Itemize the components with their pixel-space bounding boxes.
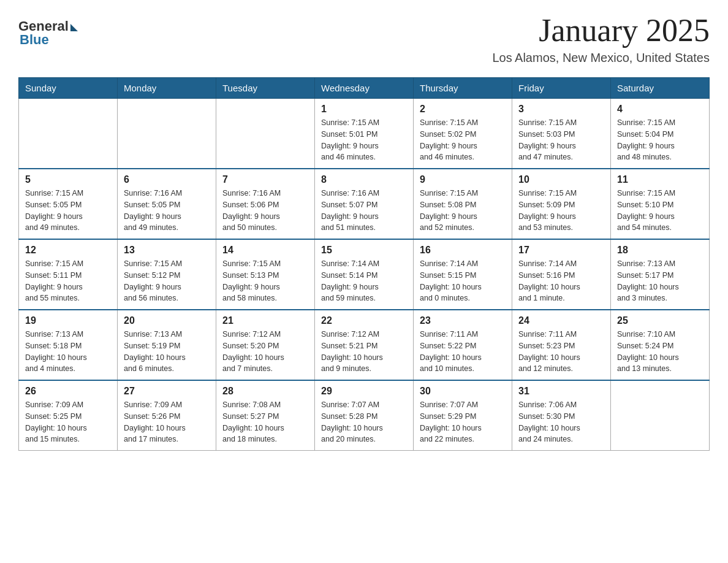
day-number: 14 <box>222 245 308 256</box>
weekday-header-thursday: Thursday <box>414 78 512 99</box>
day-number: 10 <box>518 174 604 185</box>
day-info: Sunrise: 7:06 AMSunset: 5:30 PMDaylight:… <box>518 399 604 445</box>
day-info: Sunrise: 7:09 AMSunset: 5:26 PMDaylight:… <box>124 399 210 445</box>
day-info: Sunrise: 7:15 AMSunset: 5:04 PMDaylight:… <box>617 117 703 163</box>
day-info: Sunrise: 7:15 AMSunset: 5:13 PMDaylight:… <box>222 258 308 304</box>
day-number: 28 <box>222 386 308 397</box>
month-title: January 2025 <box>492 12 710 48</box>
day-number: 23 <box>420 315 506 326</box>
calendar-cell: 3Sunrise: 7:15 AMSunset: 5:03 PMDaylight… <box>512 99 611 169</box>
calendar-week-row: 12Sunrise: 7:15 AMSunset: 5:11 PMDayligh… <box>19 239 710 310</box>
day-number: 3 <box>518 104 604 115</box>
day-info: Sunrise: 7:16 AMSunset: 5:05 PMDaylight:… <box>124 188 210 234</box>
calendar-cell: 8Sunrise: 7:16 AMSunset: 5:07 PMDaylight… <box>315 169 414 239</box>
calendar-cell: 21Sunrise: 7:12 AMSunset: 5:20 PMDayligh… <box>216 310 315 380</box>
day-info: Sunrise: 7:15 AMSunset: 5:08 PMDaylight:… <box>420 188 506 234</box>
day-number: 17 <box>518 245 604 256</box>
day-number: 7 <box>222 174 308 185</box>
day-number: 12 <box>25 245 111 256</box>
logo-arrow-icon <box>70 24 78 31</box>
calendar-cell: 28Sunrise: 7:08 AMSunset: 5:27 PMDayligh… <box>216 380 315 451</box>
day-info: Sunrise: 7:09 AMSunset: 5:25 PMDaylight:… <box>25 399 111 445</box>
title-area: January 2025 Los Alamos, New Mexico, Uni… <box>492 12 710 65</box>
day-number: 11 <box>617 174 703 185</box>
day-number: 15 <box>321 245 407 256</box>
calendar-cell: 25Sunrise: 7:10 AMSunset: 5:24 PMDayligh… <box>611 310 710 380</box>
calendar-cell: 14Sunrise: 7:15 AMSunset: 5:13 PMDayligh… <box>216 239 315 310</box>
day-number: 1 <box>321 104 407 115</box>
day-number: 4 <box>617 104 703 115</box>
location-title: Los Alamos, New Mexico, United States <box>492 51 710 65</box>
day-number: 26 <box>25 386 111 397</box>
calendar-cell: 19Sunrise: 7:13 AMSunset: 5:18 PMDayligh… <box>19 310 118 380</box>
day-number: 6 <box>124 174 210 185</box>
weekday-header-monday: Monday <box>118 78 216 99</box>
calendar-cell: 20Sunrise: 7:13 AMSunset: 5:19 PMDayligh… <box>118 310 216 380</box>
calendar-cell: 26Sunrise: 7:09 AMSunset: 5:25 PMDayligh… <box>19 380 118 451</box>
calendar-cell: 2Sunrise: 7:15 AMSunset: 5:02 PMDaylight… <box>414 99 512 169</box>
logo-blue-text: Blue <box>18 32 49 48</box>
calendar-cell: 18Sunrise: 7:13 AMSunset: 5:17 PMDayligh… <box>611 239 710 310</box>
calendar-week-row: 5Sunrise: 7:15 AMSunset: 5:05 PMDaylight… <box>19 169 710 239</box>
calendar-cell: 6Sunrise: 7:16 AMSunset: 5:05 PMDaylight… <box>118 169 216 239</box>
day-number: 18 <box>617 245 703 256</box>
calendar-table: SundayMondayTuesdayWednesdayThursdayFrid… <box>18 77 710 451</box>
day-number: 27 <box>124 386 210 397</box>
calendar-cell: 5Sunrise: 7:15 AMSunset: 5:05 PMDaylight… <box>19 169 118 239</box>
calendar-cell: 9Sunrise: 7:15 AMSunset: 5:08 PMDaylight… <box>414 169 512 239</box>
day-info: Sunrise: 7:11 AMSunset: 5:23 PMDaylight:… <box>518 329 604 375</box>
calendar-cell: 16Sunrise: 7:14 AMSunset: 5:15 PMDayligh… <box>414 239 512 310</box>
day-number: 16 <box>420 245 506 256</box>
calendar-week-row: 1Sunrise: 7:15 AMSunset: 5:01 PMDaylight… <box>19 99 710 169</box>
day-info: Sunrise: 7:16 AMSunset: 5:06 PMDaylight:… <box>222 188 308 234</box>
calendar-cell <box>118 99 216 169</box>
day-info: Sunrise: 7:14 AMSunset: 5:16 PMDaylight:… <box>518 258 604 304</box>
calendar-cell: 12Sunrise: 7:15 AMSunset: 5:11 PMDayligh… <box>19 239 118 310</box>
day-number: 30 <box>420 386 506 397</box>
day-number: 31 <box>518 386 604 397</box>
weekday-header-sunday: Sunday <box>19 78 118 99</box>
day-number: 20 <box>124 315 210 326</box>
day-number: 5 <box>25 174 111 185</box>
day-info: Sunrise: 7:15 AMSunset: 5:11 PMDaylight:… <box>25 258 111 304</box>
calendar-cell: 4Sunrise: 7:15 AMSunset: 5:04 PMDaylight… <box>611 99 710 169</box>
day-info: Sunrise: 7:15 AMSunset: 5:12 PMDaylight:… <box>124 258 210 304</box>
calendar-cell: 11Sunrise: 7:15 AMSunset: 5:10 PMDayligh… <box>611 169 710 239</box>
day-number: 9 <box>420 174 506 185</box>
weekday-header-tuesday: Tuesday <box>216 78 315 99</box>
calendar-cell: 27Sunrise: 7:09 AMSunset: 5:26 PMDayligh… <box>118 380 216 451</box>
calendar-cell: 22Sunrise: 7:12 AMSunset: 5:21 PMDayligh… <box>315 310 414 380</box>
calendar-cell: 24Sunrise: 7:11 AMSunset: 5:23 PMDayligh… <box>512 310 611 380</box>
calendar-cell: 15Sunrise: 7:14 AMSunset: 5:14 PMDayligh… <box>315 239 414 310</box>
day-number: 21 <box>222 315 308 326</box>
calendar-cell: 17Sunrise: 7:14 AMSunset: 5:16 PMDayligh… <box>512 239 611 310</box>
day-info: Sunrise: 7:11 AMSunset: 5:22 PMDaylight:… <box>420 329 506 375</box>
day-info: Sunrise: 7:15 AMSunset: 5:03 PMDaylight:… <box>518 117 604 163</box>
day-info: Sunrise: 7:16 AMSunset: 5:07 PMDaylight:… <box>321 188 407 234</box>
calendar-week-row: 19Sunrise: 7:13 AMSunset: 5:18 PMDayligh… <box>19 310 710 380</box>
day-info: Sunrise: 7:15 AMSunset: 5:09 PMDaylight:… <box>518 188 604 234</box>
day-info: Sunrise: 7:15 AMSunset: 5:05 PMDaylight:… <box>25 188 111 234</box>
calendar-cell <box>611 380 710 451</box>
calendar-cell: 10Sunrise: 7:15 AMSunset: 5:09 PMDayligh… <box>512 169 611 239</box>
day-info: Sunrise: 7:12 AMSunset: 5:21 PMDaylight:… <box>321 329 407 375</box>
calendar-cell: 29Sunrise: 7:07 AMSunset: 5:28 PMDayligh… <box>315 380 414 451</box>
day-number: 25 <box>617 315 703 326</box>
calendar-cell: 1Sunrise: 7:15 AMSunset: 5:01 PMDaylight… <box>315 99 414 169</box>
calendar-cell: 31Sunrise: 7:06 AMSunset: 5:30 PMDayligh… <box>512 380 611 451</box>
weekday-header-saturday: Saturday <box>611 78 710 99</box>
day-number: 13 <box>124 245 210 256</box>
day-info: Sunrise: 7:13 AMSunset: 5:19 PMDaylight:… <box>124 329 210 375</box>
day-info: Sunrise: 7:07 AMSunset: 5:28 PMDaylight:… <box>321 399 407 445</box>
day-info: Sunrise: 7:13 AMSunset: 5:17 PMDaylight:… <box>617 258 703 304</box>
calendar-cell <box>216 99 315 169</box>
day-number: 29 <box>321 386 407 397</box>
logo: General Blue <box>18 12 78 48</box>
day-info: Sunrise: 7:15 AMSunset: 5:02 PMDaylight:… <box>420 117 506 163</box>
day-info: Sunrise: 7:13 AMSunset: 5:18 PMDaylight:… <box>25 329 111 375</box>
header: General Blue January 2025 Los Alamos, Ne… <box>18 12 710 65</box>
calendar-cell <box>19 99 118 169</box>
day-info: Sunrise: 7:10 AMSunset: 5:24 PMDaylight:… <box>617 329 703 375</box>
day-info: Sunrise: 7:07 AMSunset: 5:29 PMDaylight:… <box>420 399 506 445</box>
day-number: 2 <box>420 104 506 115</box>
